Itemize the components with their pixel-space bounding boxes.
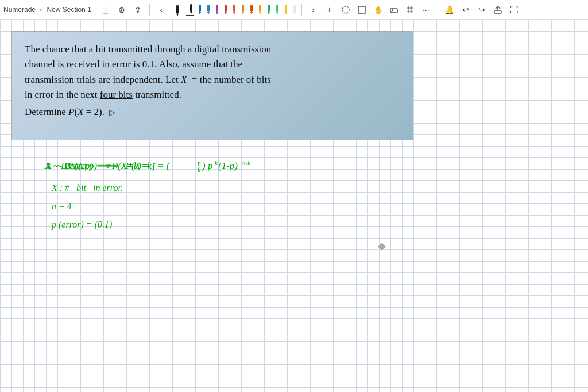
- move-btn[interactable]: ⇕: [130, 2, 145, 17]
- pen-darkgreen[interactable]: [264, 3, 272, 16]
- svg-marker-12: [225, 12, 227, 14]
- svg-marker-14: [233, 12, 235, 14]
- pen-amber[interactable]: [255, 3, 263, 16]
- hand-btn[interactable]: ✋: [370, 2, 385, 17]
- separator-3: [438, 4, 438, 16]
- select-rect-btn[interactable]: [354, 2, 369, 17]
- prev-page-btn[interactable]: ‹: [154, 2, 169, 17]
- svg-rect-27: [293, 5, 296, 12]
- pen-orange[interactable]: [238, 3, 246, 16]
- fullscreen-btn[interactable]: ⛶: [506, 2, 521, 17]
- svg-rect-21: [268, 5, 270, 12]
- svg-marker-28: [293, 12, 296, 14]
- undo-btn[interactable]: ↩: [458, 2, 473, 17]
- pen-white[interactable]: [289, 3, 297, 16]
- toolbar: Numerade » New Section 1 ⌶ ⊕ ⇕ ‹: [0, 0, 588, 20]
- add-shape-btn[interactable]: ⊕: [114, 2, 129, 17]
- pen-darkorange[interactable]: [246, 3, 254, 16]
- pen-darkred[interactable]: [220, 3, 229, 16]
- action-tools: 🔔 ↩ ↪ ⛶: [442, 2, 521, 17]
- pen-purple[interactable]: [212, 3, 220, 16]
- pen-red[interactable]: [229, 3, 237, 16]
- right-tools: › + ✋ ···: [306, 2, 434, 17]
- svg-marker-22: [268, 12, 270, 14]
- nav-tools: ‹: [154, 2, 169, 17]
- svg-rect-13: [233, 5, 235, 12]
- section-name: New Section 1: [47, 6, 91, 14]
- grid-btn[interactable]: [403, 2, 417, 17]
- pen-blue[interactable]: [203, 3, 211, 16]
- breadcrumb-separator: »: [39, 6, 43, 14]
- canvas-area[interactable]: The chance that a bit transmitted throug…: [0, 20, 588, 392]
- svg-rect-7: [207, 5, 210, 12]
- svg-marker-4: [190, 11, 192, 14]
- select-tool-btn[interactable]: ⌶: [98, 2, 113, 17]
- problem-line4: in error in the next four bits transmitt…: [25, 89, 181, 100]
- svg-marker-16: [242, 12, 244, 14]
- svg-marker-24: [276, 12, 278, 14]
- svg-rect-19: [259, 5, 261, 12]
- add-page-btn[interactable]: +: [322, 2, 337, 17]
- separator-1: [149, 4, 150, 16]
- cursor-pointer: ▷: [109, 106, 115, 119]
- svg-rect-17: [250, 5, 253, 12]
- svg-marker-10: [216, 12, 218, 14]
- pen-black[interactable]: [186, 3, 194, 16]
- svg-rect-3: [190, 4, 192, 11]
- svg-rect-9: [216, 5, 218, 12]
- svg-rect-38: [494, 11, 501, 13]
- svg-marker-26: [285, 12, 287, 14]
- separator-2: [301, 4, 302, 16]
- breadcrumb: Numerade » New Section 1: [3, 6, 91, 14]
- pen-color-strip: [186, 3, 297, 16]
- svg-rect-0: [176, 6, 179, 14]
- cursor-tools: ⌶ ⊕ ⇕: [98, 2, 145, 17]
- redo-btn[interactable]: ↪: [474, 2, 489, 17]
- svg-text:✋: ✋: [374, 5, 382, 14]
- svg-rect-23: [276, 5, 278, 12]
- svg-rect-15: [242, 5, 244, 12]
- svg-marker-6: [199, 12, 201, 14]
- pen-darkblue[interactable]: [195, 3, 203, 16]
- svg-rect-25: [285, 5, 287, 12]
- determine-line: Determine P(X = 2). ▷: [25, 105, 400, 120]
- problem-text: The chance that a bit transmitted throug…: [25, 42, 400, 120]
- svg-rect-2: [176, 5, 179, 6]
- svg-marker-8: [207, 12, 210, 14]
- svg-rect-11: [225, 5, 227, 12]
- problem-line1: The chance that a bit transmitted throug…: [25, 44, 271, 55]
- svg-point-29: [342, 6, 349, 13]
- lasso-btn[interactable]: [338, 2, 353, 17]
- eraser-btn[interactable]: [386, 2, 401, 17]
- app-title: Numerade: [3, 6, 36, 14]
- svg-line-33: [392, 9, 393, 13]
- svg-marker-20: [259, 12, 261, 14]
- svg-marker-18: [250, 12, 253, 14]
- svg-rect-30: [358, 6, 365, 13]
- active-pen[interactable]: [172, 2, 183, 17]
- next-page-btn[interactable]: ›: [306, 2, 321, 17]
- problem-line3: transmission trials are independent. Let…: [25, 74, 271, 85]
- more-btn[interactable]: ···: [419, 2, 434, 17]
- pen-green[interactable]: [272, 3, 280, 16]
- svg-marker-1: [176, 14, 179, 16]
- share-btn[interactable]: [490, 2, 505, 17]
- problem-line2: channel is received in error is 0.1. Als…: [25, 59, 242, 70]
- pen-yellow[interactable]: [281, 3, 289, 16]
- bell-btn[interactable]: 🔔: [442, 2, 457, 17]
- svg-rect-5: [199, 5, 201, 12]
- problem-image: The chance that a bit transmitted throug…: [11, 31, 413, 140]
